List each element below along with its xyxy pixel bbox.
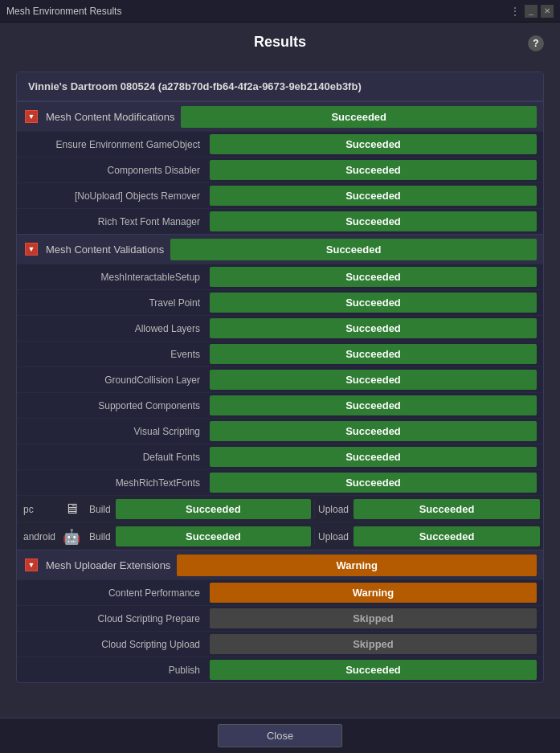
row-status: Succeeded xyxy=(210,344,537,364)
row-label: Publish xyxy=(17,659,210,681)
result-row: [NoUpload] Objects Remover Succeeded xyxy=(17,182,543,208)
platform-upload-cell: Upload Succeeded xyxy=(315,496,543,522)
row-status: Succeeded xyxy=(210,318,537,338)
more-options-icon[interactable]: ⋮ xyxy=(509,5,521,18)
section-header-mesh-content-modifications: ▼ Mesh Content Modifications Succeeded xyxy=(17,101,543,131)
title-bar-controls: ⋮ _ ✕ xyxy=(509,5,554,18)
row-status: Succeeded xyxy=(210,370,537,390)
result-row: GroundCollision Layer Succeeded xyxy=(17,366,543,392)
build-label: Build xyxy=(89,531,111,542)
platform-name-android: android xyxy=(17,523,57,550)
platform-group-android: android 🤖 Build Succeeded Upload Succeed… xyxy=(17,522,543,550)
result-row: Ensure Environment GameObject Succeeded xyxy=(17,131,543,157)
row-status: Succeeded xyxy=(210,421,537,441)
page-title: Results xyxy=(254,34,306,50)
row-label: Default Fonts xyxy=(17,446,210,469)
result-row: Allowed Layers Succeeded xyxy=(17,315,543,341)
row-label: MeshInteractableSetup xyxy=(17,266,210,289)
result-row: Content Performance Warning xyxy=(17,579,543,605)
row-status: Succeeded xyxy=(210,134,537,154)
toggle-box: ▼ xyxy=(25,559,38,571)
results-card: Vinnie's Dartroom 080524 (a278b70d-fb64-… xyxy=(16,72,544,683)
upload-status: Succeeded xyxy=(354,499,540,519)
row-status: Succeeded xyxy=(210,473,537,493)
result-row: MeshInteractableSetup Succeeded xyxy=(17,264,543,289)
section-label-uploader-extensions: Mesh Uploader Extensions xyxy=(46,559,177,571)
platform-cells-pc: Build Succeeded Upload Succeeded xyxy=(86,496,543,522)
minimize-button[interactable]: _ xyxy=(525,5,538,18)
row-label: [NoUpload] Objects Remover xyxy=(17,185,210,207)
row-status: Succeeded xyxy=(210,186,537,206)
row-label: MeshRichTextFonts xyxy=(17,472,210,494)
row-label: Visual Scripting xyxy=(17,420,210,443)
platform-name-pc: pc xyxy=(17,496,57,522)
toggle-box: ▼ xyxy=(25,243,38,256)
close-button[interactable]: Close xyxy=(218,724,342,747)
upload-status: Succeeded xyxy=(354,526,540,546)
build-status: Succeeded xyxy=(116,499,311,519)
bottom-bar: Close xyxy=(0,718,560,753)
main-container: Vinnie's Dartroom 080524 (a278b70d-fb64-… xyxy=(0,59,560,753)
result-row: Publish Succeeded xyxy=(17,657,543,682)
row-label: GroundCollision Layer xyxy=(17,369,210,391)
section-toggle-mesh-content-modifications[interactable]: ▼ xyxy=(17,102,46,131)
result-row: Supported Components Succeeded xyxy=(17,392,543,418)
upload-label: Upload xyxy=(318,504,349,515)
row-status: Succeeded xyxy=(210,160,537,180)
row-label: Cloud Scripting Prepare xyxy=(17,608,210,630)
result-row: Cloud Scripting Upload Skipped xyxy=(17,631,543,657)
result-row: Rich Text Font Manager Succeeded xyxy=(17,208,543,234)
help-icon[interactable]: ? xyxy=(528,35,544,51)
result-row: MeshRichTextFonts Succeeded xyxy=(17,469,543,495)
section-label-mesh-content-validations: Mesh Content Validations xyxy=(46,243,170,256)
section-toggle-uploader-extensions[interactable]: ▼ xyxy=(17,550,46,579)
section-label-mesh-content-modifications: Mesh Content Modifications xyxy=(46,111,181,123)
result-row: Components Disabler Succeeded xyxy=(17,157,543,182)
row-label: Rich Text Font Manager xyxy=(17,211,210,233)
row-status: Succeeded xyxy=(210,660,537,680)
row-status: Succeeded xyxy=(210,211,537,231)
platform-group-pc: pc 🖥 Build Succeeded Upload Succeeded xyxy=(17,495,543,522)
title-bar: Mesh Environment Results ⋮ _ ✕ xyxy=(0,0,560,23)
section-header-uploader-extensions: ▼ Mesh Uploader Extensions Warning xyxy=(17,550,543,579)
section-status-mesh-content-validations: Succeeded xyxy=(170,239,537,260)
title-bar-left: Mesh Environment Results xyxy=(6,6,121,17)
row-status: Skipped xyxy=(210,634,537,654)
section-status-uploader-extensions: Warning xyxy=(177,555,537,576)
platform-build-cell: Build Succeeded xyxy=(86,496,314,522)
section-status-mesh-content-modifications: Succeeded xyxy=(181,106,537,128)
row-label: Events xyxy=(17,343,210,366)
row-label: Ensure Environment GameObject xyxy=(17,133,210,156)
result-row: Cloud Scripting Prepare Skipped xyxy=(17,605,543,631)
row-status: Succeeded xyxy=(210,267,537,287)
row-label: Cloud Scripting Upload xyxy=(17,633,210,656)
platform-cells-android: Build Succeeded Upload Succeeded xyxy=(86,523,543,550)
result-row: Visual Scripting Succeeded xyxy=(17,418,543,444)
row-status: Warning xyxy=(210,583,537,603)
title-bar-title: Mesh Environment Results xyxy=(6,6,121,17)
section-header-mesh-content-validations: ▼ Mesh Content Validations Succeeded xyxy=(17,234,543,264)
row-status: Succeeded xyxy=(210,447,537,467)
result-row: Events Succeeded xyxy=(17,341,543,366)
platform-build-cell: Build Succeeded xyxy=(86,523,314,550)
row-label: Components Disabler xyxy=(17,159,210,182)
row-label: Travel Point xyxy=(17,292,210,314)
result-row: Default Fonts Succeeded xyxy=(17,444,543,469)
close-window-button[interactable]: ✕ xyxy=(541,5,554,18)
row-label: Allowed Layers xyxy=(17,317,210,340)
platform-icon-pc: 🖥 xyxy=(57,496,86,522)
section-toggle-mesh-content-validations[interactable]: ▼ xyxy=(17,235,46,264)
build-status: Succeeded xyxy=(116,526,311,546)
toggle-box: ▼ xyxy=(25,110,38,123)
row-status: Skipped xyxy=(210,608,537,628)
row-label: Content Performance xyxy=(17,582,210,604)
upload-label: Upload xyxy=(318,531,349,542)
build-label: Build xyxy=(89,504,111,515)
row-status: Succeeded xyxy=(210,395,537,415)
row-label: Supported Components xyxy=(17,395,210,417)
platform-upload-cell: Upload Succeeded xyxy=(315,523,543,550)
result-row: Travel Point Succeeded xyxy=(17,289,543,315)
platform-icon-android: 🤖 xyxy=(57,523,86,550)
row-status: Succeeded xyxy=(210,293,537,313)
room-header: Vinnie's Dartroom 080524 (a278b70d-fb64-… xyxy=(17,72,543,101)
